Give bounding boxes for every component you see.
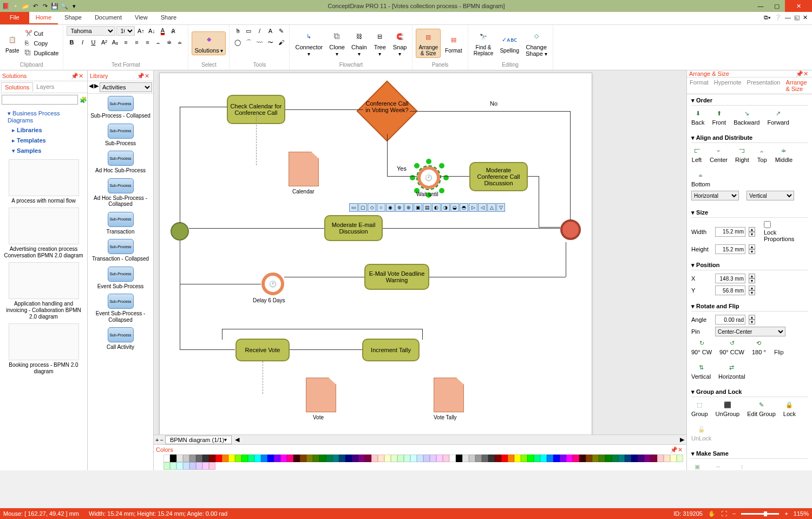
brush-icon[interactable]: 🖌 (276, 37, 286, 47)
color-swatch[interactable] (579, 455, 586, 462)
color-swatch[interactable] (332, 455, 339, 462)
pos-x-input[interactable] (715, 274, 745, 283)
tree-bpd[interactable]: ▾ Business Process Diagrams (2, 108, 85, 125)
artab-arrange-size[interactable]: Arrange & Size (783, 77, 812, 94)
rapid-btn[interactable]: ◓ (460, 203, 468, 212)
color-swatch[interactable] (599, 455, 605, 462)
clone-button[interactable]: ⿻Clone▾ (327, 29, 347, 57)
rapid-btn[interactable]: ▭ (349, 203, 358, 212)
rapid-btn[interactable]: ⊕ (395, 203, 404, 212)
color-swatch[interactable] (514, 455, 521, 462)
bold-button[interactable]: B (67, 37, 76, 47)
task-receive-vote[interactable]: Receive Vote (235, 339, 290, 361)
align-left[interactable]: ⫍Left (691, 146, 702, 163)
color-swatch[interactable] (241, 455, 248, 462)
color-swatch[interactable] (209, 462, 215, 470)
color-swatch[interactable] (293, 455, 300, 462)
close-icon[interactable]: ✕ (803, 70, 810, 77)
color-swatch[interactable] (183, 462, 189, 470)
super-icon[interactable]: A² (99, 37, 109, 47)
snap-button[interactable]: 🧲Snap▾ (391, 29, 409, 57)
library-item[interactable]: Sub-ProcessAd Hoc Sub-Process - Collapse… (89, 178, 152, 207)
spinner-down[interactable]: ▼ (749, 232, 755, 237)
color-swatch[interactable] (319, 455, 326, 462)
group-button[interactable]: ⬚Group (691, 400, 708, 417)
zoom-in-icon[interactable]: + (784, 510, 788, 517)
task-moderate-conf[interactable]: Moderate Conference Call Discussion (469, 162, 528, 191)
sheet-tab[interactable]: BPMN diagram (1/1) ▾ (165, 436, 232, 444)
arrange-panel-button[interactable]: ▥Arrange & Size (416, 29, 441, 58)
clear-format-icon[interactable]: A̷ (168, 26, 178, 36)
color-swatch[interactable] (638, 455, 644, 462)
color-swatch[interactable] (391, 455, 397, 462)
order-backward[interactable]: ↘Backward (734, 109, 759, 126)
color-swatch[interactable] (209, 455, 215, 462)
sheet-nav-btn[interactable]: + (155, 437, 159, 443)
shrink-font-icon[interactable]: A↓ (147, 26, 156, 36)
color-swatch[interactable] (508, 455, 514, 462)
rapid-btn[interactable]: ▣ (414, 203, 422, 212)
color-swatch[interactable] (670, 455, 677, 462)
format-panel-button[interactable]: ▤Format (443, 33, 464, 55)
spinner-up[interactable]: ▲ (749, 286, 755, 290)
qat-dropdown-icon[interactable]: ▾ (70, 2, 78, 10)
align-top-icon[interactable]: ⫠ (153, 37, 163, 47)
color-swatch[interactable] (592, 455, 599, 462)
font-size-select[interactable]: 10 (116, 26, 135, 36)
ungroup-button[interactable]: ⬛UnGroup (716, 400, 740, 417)
sample-thumb[interactable]: Booking process - BPMN 2.0 diagram (3, 323, 84, 375)
search-icon[interactable]: 🔍 (61, 2, 68, 10)
color-swatch[interactable] (612, 455, 618, 462)
maximize-button[interactable]: ▢ (769, 0, 785, 12)
mdi-min-icon[interactable]: — (785, 14, 791, 22)
flip-vertical[interactable]: ⇅Vertical (691, 363, 711, 380)
save-icon[interactable]: 💾 (51, 2, 58, 10)
artab-presentation[interactable]: Presentation (744, 77, 783, 94)
library-item[interactable]: Sub-ProcessTransaction - Collapsed (89, 239, 152, 262)
color-swatch[interactable] (527, 455, 534, 462)
pin-icon[interactable]: 📌 (71, 73, 77, 79)
minimize-button[interactable]: — (752, 0, 769, 12)
close-icon[interactable]: ✕ (145, 73, 151, 79)
same-height[interactable]: ↕Height (734, 462, 751, 470)
align-bottom-icon[interactable]: ⫨ (175, 37, 185, 47)
canvas-viewport[interactable]: Check Calendar for Conference Call Confe… (154, 70, 686, 434)
find-replace-button[interactable]: 🔭Find & Replace (472, 29, 496, 57)
distribute-h-select[interactable]: Horizontal (691, 191, 739, 200)
close-icon[interactable]: ✕ (78, 73, 85, 79)
sample-thumb[interactable]: Application handling and invoicing - Col… (3, 262, 84, 320)
rapid-btn[interactable]: ⊗ (404, 203, 413, 212)
spinner-up[interactable]: ▲ (749, 227, 755, 232)
rapid-btn[interactable]: ◑ (441, 203, 450, 212)
distribute-v-select[interactable]: Vertical (746, 191, 794, 200)
order-forward[interactable]: ↗Forward (767, 109, 789, 126)
color-swatch[interactable] (267, 455, 274, 462)
task-evote-warn[interactable]: E-Mail Vote Deadline Warning (364, 264, 429, 290)
pos-y-input[interactable] (715, 286, 745, 295)
rapid-btn[interactable]: △ (487, 203, 496, 212)
spelling-button[interactable]: ✓ᴀʙᴄSpelling (497, 33, 521, 55)
font-color-icon[interactable]: A (158, 26, 167, 36)
same-size[interactable]: ▣Size (691, 462, 703, 470)
timer-wait-until[interactable]: 🕐 (417, 166, 440, 189)
solutions-button[interactable]: ◆ Solutions ▾ (192, 31, 226, 55)
spinner-up[interactable]: ▲ (749, 274, 755, 278)
rapid-btn[interactable]: ◇ (368, 203, 376, 212)
color-swatch[interactable] (306, 455, 313, 462)
color-swatch[interactable] (352, 455, 358, 462)
redo-icon[interactable]: ↷ (41, 2, 49, 10)
color-swatch[interactable] (196, 455, 202, 462)
chain-button[interactable]: ⛓Chain▾ (349, 29, 369, 57)
undo-icon[interactable]: ↶ (31, 2, 39, 10)
grow-font-icon[interactable]: A↑ (136, 26, 146, 36)
color-swatch[interactable] (163, 455, 170, 462)
align-middle-icon[interactable]: ≑ (164, 37, 174, 47)
color-swatch[interactable] (540, 455, 547, 462)
start-event[interactable] (171, 222, 189, 241)
color-swatch[interactable] (222, 455, 228, 462)
spinner-down[interactable]: ▼ (749, 249, 755, 254)
task-moderate-email[interactable]: Moderate E-mail Discussion (324, 215, 383, 241)
color-swatch[interactable] (176, 462, 183, 470)
color-swatch[interactable] (443, 455, 449, 462)
tree-templates[interactable]: ▸ Templates (2, 135, 85, 146)
